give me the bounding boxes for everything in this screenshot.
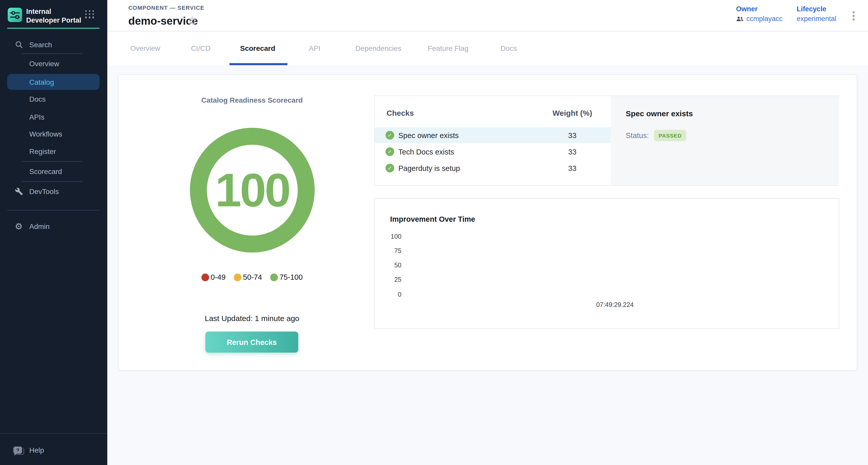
active-tab-indicator: [229, 63, 287, 65]
y-axis-tick: 75: [381, 247, 401, 254]
sidebar-search-label: Search: [29, 40, 52, 49]
tab-overview[interactable]: Overview: [130, 44, 160, 52]
tab-docs[interactable]: Docs: [500, 44, 517, 52]
check-passed-icon: ✓: [385, 164, 394, 173]
weight-column-header: Weight (%): [539, 108, 606, 117]
help-chat-icon: ?: [13, 446, 22, 455]
owner-link[interactable]: ccmplayacc: [746, 15, 782, 23]
y-axis-tick: 50: [381, 262, 401, 269]
sidebar-divider: [22, 181, 83, 182]
admin-label: Admin: [29, 222, 50, 230]
tab-feature-flag[interactable]: Feature Flag: [428, 44, 469, 52]
check-row-pagerduty[interactable]: ✓ Pagerduty is setup 33: [375, 160, 611, 176]
scorecard-card: Catalog Readiness Scorecard 100 0-49 50-…: [118, 74, 857, 371]
tab-scorecard[interactable]: Scorecard: [240, 44, 275, 52]
tab-cicd[interactable]: CI/CD: [191, 44, 211, 52]
sidebar-item-admin[interactable]: ⚙ Admin: [0, 219, 107, 234]
check-detail-panel: Spec owner exists Status: PASSED: [611, 96, 839, 185]
legend-item-mid: 50-74: [234, 273, 262, 281]
brand-divider: [7, 28, 100, 29]
legend-dot-red: [202, 273, 209, 281]
wrench-icon: [14, 187, 23, 196]
x-axis-tick: 07:49:29.224: [596, 301, 634, 308]
owner-label: Owner: [736, 5, 782, 13]
apps-grid-icon[interactable]: [85, 10, 94, 18]
check-passed-icon: ✓: [385, 147, 394, 156]
help-label: Help: [29, 446, 44, 454]
lifecycle-value: experimental: [797, 15, 836, 23]
gear-icon: ⚙: [14, 222, 23, 231]
y-axis-tick: 100: [381, 233, 401, 240]
entity-header: COMPONENT — SERVICE demo-service Owner: [107, 0, 868, 31]
sidebar-item-devtools[interactable]: DevTools: [0, 184, 107, 199]
legend-item-low: 0-49: [202, 273, 226, 281]
score-legend: 0-49 50-74 75-100: [202, 273, 303, 281]
more-options-kebab-icon[interactable]: [850, 9, 857, 22]
tab-dependencies[interactable]: Dependencies: [355, 44, 401, 52]
sidebar-item-overview[interactable]: Overview: [0, 56, 107, 71]
tab-api[interactable]: API: [309, 44, 320, 52]
sidebar-item-catalog[interactable]: Catalog: [7, 74, 100, 90]
last-updated-text: Last Updated: 1 minute ago: [205, 314, 300, 322]
app-window: Internal Developer Portal Search Overvie…: [0, 0, 868, 465]
status-badge: PASSED: [654, 130, 686, 141]
sidebar: Internal Developer Portal Search Overvie…: [0, 0, 107, 465]
sidebar-item-workflows[interactable]: Workflows: [0, 126, 107, 142]
people-icon: [736, 16, 744, 22]
sidebar-search[interactable]: Search: [0, 37, 107, 52]
owner-meta: Owner ccmplayacc: [736, 5, 782, 23]
sidebar-item-register[interactable]: Register: [0, 144, 107, 159]
sidebar-divider: [22, 161, 83, 162]
search-icon: [14, 40, 23, 49]
legend-item-high: 75-100: [270, 273, 303, 281]
checks-panel: Checks Weight (%) ✓ Spec owner exists 33…: [374, 95, 839, 186]
lifecycle-label: Lifecycle: [797, 5, 836, 13]
sidebar-item-scorecard[interactable]: Scorecard: [0, 164, 107, 179]
brand-logo-icon: [8, 8, 22, 22]
favorite-star-icon[interactable]: [187, 16, 197, 26]
check-passed-icon: ✓: [385, 131, 394, 140]
improvement-chart: Improvement Over Time 100 75 50 25 0 07:…: [374, 198, 839, 329]
score-gauge: 100: [190, 128, 315, 252]
sidebar-item-docs[interactable]: Docs: [0, 91, 107, 107]
sidebar-item-apis[interactable]: APIs: [0, 109, 107, 125]
legend-dot-green: [270, 273, 278, 281]
legend-dot-amber: [234, 273, 242, 281]
checks-column-header: Checks: [386, 108, 414, 117]
lifecycle-meta: Lifecycle experimental: [797, 5, 836, 23]
gauge-title: Catalog Readiness Scorecard: [201, 96, 303, 104]
sidebar-item-help[interactable]: ? Help: [0, 442, 107, 458]
check-row-spec-owner[interactable]: ✓ Spec owner exists 33: [375, 127, 611, 143]
check-row-tech-docs[interactable]: ✓ Tech Docs exists 33: [375, 144, 611, 160]
score-value: 100: [215, 163, 289, 217]
sidebar-divider: [7, 210, 100, 211]
brand-title: Internal Developer Portal: [26, 7, 83, 25]
main-area: COMPONENT — SERVICE demo-service Owner: [107, 0, 868, 465]
rerun-checks-button[interactable]: Rerun Checks: [205, 332, 298, 352]
y-axis-tick: 25: [381, 276, 401, 283]
status-label: Status:: [626, 131, 649, 140]
scorecard-content: Catalog Readiness Scorecard 100 0-49 50-…: [107, 65, 868, 465]
sidebar-divider: [0, 433, 107, 434]
sidebar-divider: [22, 53, 83, 54]
chart-title: Improvement Over Time: [390, 215, 475, 223]
y-axis-tick: 0: [381, 291, 401, 298]
entity-kind-breadcrumb: COMPONENT — SERVICE: [128, 5, 204, 11]
entity-tabs: Overview CI/CD Scorecard API Dependencie…: [107, 32, 868, 65]
check-detail-title: Spec owner exists: [626, 109, 693, 118]
